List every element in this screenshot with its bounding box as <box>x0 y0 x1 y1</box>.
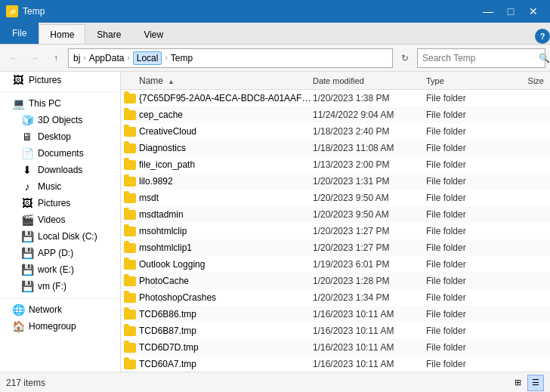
search-icon: 🔍 <box>539 53 550 63</box>
file-type: File folder <box>426 176 502 187</box>
homegroup-icon: 🏠 <box>12 320 24 332</box>
folder-icon <box>124 292 136 304</box>
back-button[interactable]: ← <box>5 49 23 67</box>
table-row[interactable]: msdt 1/20/2023 9:50 AM File folder <box>121 190 550 206</box>
col-header-type[interactable]: Type <box>426 76 502 85</box>
file-name: msohtmlclip1 <box>139 242 313 253</box>
table-row[interactable]: TCD6D7D.tmp 1/16/2023 10:11 AM File fold… <box>121 339 550 356</box>
search-box[interactable]: 🔍 <box>417 48 545 68</box>
sidebar-item-music[interactable]: ♪ Music <box>0 178 120 195</box>
file-date: 1/20/2023 9:50 AM <box>313 193 426 203</box>
search-input[interactable] <box>422 53 536 63</box>
sidebar-item-pictures[interactable]: 🖼 Pictures <box>0 195 120 211</box>
title-bar: 📁 Temp — □ ✕ <box>0 0 550 23</box>
downloads-icon: ⬇ <box>21 164 33 176</box>
file-date: 1/20/2023 1:31 PM <box>313 176 426 187</box>
sidebar-item-network[interactable]: 🌐 Network <box>0 301 120 318</box>
table-row[interactable]: {7C65DF95-2A0A-4ECA-BDC8-A01AAF29.... 1/… <box>121 90 550 106</box>
sidebar-item-app-d[interactable]: 💾 APP (D:) <box>0 245 120 261</box>
breadcrumb-appdata[interactable]: AppData <box>89 53 125 63</box>
view-list-button[interactable]: ⊞ <box>509 375 526 391</box>
refresh-button[interactable]: ↻ <box>396 49 414 67</box>
table-row[interactable]: lilo.9892 1/20/2023 1:31 PM File folder <box>121 173 550 190</box>
table-row[interactable]: PhotoshopCrashes 1/20/2023 1:34 PM File … <box>121 289 550 306</box>
col-header-size[interactable]: Size <box>502 76 547 85</box>
file-date: 1/18/2023 11:08 AM <box>313 143 426 153</box>
breadcrumb: bj › AppData › Local › Temp <box>73 51 193 65</box>
sidebar-item-3d-objects[interactable]: 🧊 3D Objects <box>0 112 120 128</box>
network-icon: 🌐 <box>12 304 24 316</box>
table-row[interactable]: CreativeCloud 1/18/2023 2:40 PM File fol… <box>121 123 550 140</box>
file-name: PhotoCache <box>139 276 313 286</box>
file-date: 1/16/2023 10:11 AM <box>313 359 426 369</box>
file-type: File folder <box>426 93 502 103</box>
address-bar[interactable]: bj › AppData › Local › Temp <box>68 48 393 68</box>
breadcrumb-bj[interactable]: bj <box>73 53 80 63</box>
table-row[interactable]: PhotoCache 1/20/2023 1:28 PM File folder <box>121 273 550 289</box>
file-date: 1/20/2023 1:27 PM <box>313 242 426 253</box>
minimize-button[interactable]: — <box>477 2 499 20</box>
table-row[interactable]: msohtmlclip 1/20/2023 1:27 PM File folde… <box>121 223 550 239</box>
up-button[interactable]: ↑ <box>47 49 65 67</box>
folder-icon <box>124 308 136 320</box>
file-name: CreativeCloud <box>139 126 313 137</box>
folder-icon <box>124 175 136 187</box>
table-row[interactable]: file_icon_path 1/13/2023 2:00 PM File fo… <box>121 156 550 173</box>
file-name: TCD60A7.tmp <box>139 359 313 369</box>
window-title: Temp <box>23 6 45 17</box>
tab-file[interactable]: File <box>0 23 39 44</box>
file-type: File folder <box>426 110 502 120</box>
col-header-date[interactable]: Date modified <box>313 76 426 85</box>
table-row[interactable]: Outlook Logging 1/19/2023 6:01 PM File f… <box>121 256 550 273</box>
address-row: ← → ↑ bj › AppData › Local › Temp ↻ 🔍 <box>0 45 550 72</box>
vm-f-icon: 💾 <box>21 280 33 292</box>
view-details-button[interactable]: ☰ <box>527 375 544 391</box>
file-name: TCD6B87.tmp <box>139 326 313 336</box>
ribbon: File Home Share View ? <box>0 23 550 45</box>
file-name: {7C65DF95-2A0A-4ECA-BDC8-A01AAF29.... <box>139 93 313 103</box>
file-type: File folder <box>426 309 502 319</box>
sidebar-item-work-e[interactable]: 💾 work (E:) <box>0 261 120 278</box>
folder-icon <box>124 225 136 237</box>
sidebar-item-downloads[interactable]: ⬇ Downloads <box>0 162 120 178</box>
help-button[interactable]: ? <box>535 29 550 44</box>
maximize-button[interactable]: □ <box>500 2 521 20</box>
sidebar-item-local-c[interactable]: 💾 Local Disk (C:) <box>0 228 120 245</box>
sidebar-item-pictures-favorites[interactable]: 🖼 Pictures <box>0 72 120 88</box>
sidebar-item-documents[interactable]: 📄 Documents <box>0 145 120 162</box>
folder-icon <box>124 208 136 221</box>
table-row[interactable]: TCD6B87.tmp 1/16/2023 10:11 AM File fold… <box>121 323 550 339</box>
table-row[interactable]: msohtmlclip1 1/20/2023 1:27 PM File fold… <box>121 239 550 256</box>
folder-icon <box>124 125 136 137</box>
folder-icon <box>124 275 136 287</box>
sidebar-item-this-pc[interactable]: 💻 This PC <box>0 95 120 112</box>
folder-icon <box>124 325 136 337</box>
file-type: File folder <box>426 193 502 203</box>
file-type: File folder <box>426 259 502 270</box>
close-button[interactable]: ✕ <box>523 2 544 20</box>
tab-share[interactable]: Share <box>85 24 132 44</box>
folder-icon <box>124 242 136 254</box>
sidebar-item-desktop[interactable]: 🖥 Desktop <box>0 128 120 145</box>
file-name: msdtadmin <box>139 209 313 220</box>
tab-view[interactable]: View <box>132 24 175 44</box>
breadcrumb-local[interactable]: Local <box>133 51 162 65</box>
file-type: File folder <box>426 226 502 236</box>
table-row[interactable]: TCD60A7.tmp 1/16/2023 10:11 AM File fold… <box>121 356 550 372</box>
table-row[interactable]: TCD6B86.tmp 1/16/2023 10:11 AM File fold… <box>121 306 550 323</box>
table-row[interactable]: cep_cache 11/24/2022 9:04 AM File folder <box>121 106 550 123</box>
table-row[interactable]: Diagnostics 1/18/2023 11:08 AM File fold… <box>121 140 550 156</box>
pictures-icon: 🖼 <box>21 197 33 209</box>
breadcrumb-temp[interactable]: Temp <box>171 53 193 63</box>
sidebar-item-vm-f[interactable]: 💾 vm (F:) <box>0 278 120 295</box>
table-row[interactable]: msdtadmin 1/20/2023 9:50 AM File folder <box>121 206 550 223</box>
file-name: TCD6B86.tmp <box>139 309 313 319</box>
tab-home[interactable]: Home <box>39 24 85 44</box>
forward-button[interactable]: → <box>26 49 44 67</box>
file-date: 1/16/2023 10:11 AM <box>313 326 426 336</box>
file-name: Diagnostics <box>139 143 313 153</box>
sidebar-item-videos[interactable]: 🎬 Videos <box>0 211 120 228</box>
sidebar-item-homegroup[interactable]: 🏠 Homegroup <box>0 318 120 335</box>
folder-icon <box>124 159 136 171</box>
col-header-name[interactable]: Name ▲ <box>124 76 313 86</box>
